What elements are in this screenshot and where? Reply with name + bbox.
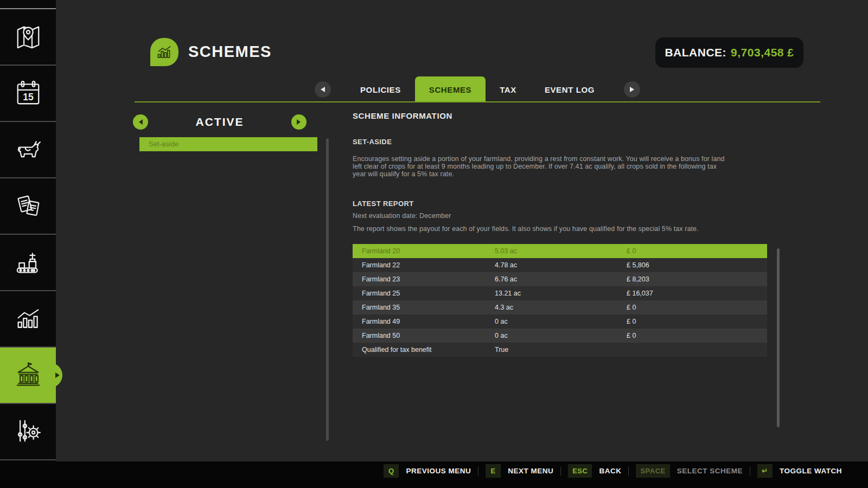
bar-chart-trend-icon xyxy=(155,43,174,61)
cow-icon xyxy=(13,134,43,165)
report-table-row[interactable]: Farmland 500 ac£ 0 xyxy=(353,329,767,343)
settings-icon xyxy=(13,416,43,447)
sidebar-nav: 15 xyxy=(0,0,56,461)
report-cell-value: 0 ac xyxy=(495,318,627,325)
hotkey-label: TOGGLE WATCH xyxy=(780,467,842,475)
hotkey-back: ESCBACK xyxy=(568,464,621,478)
active-panel-title: ACTIVE xyxy=(195,115,244,129)
report-cell-field: Farmland 35 xyxy=(353,304,495,311)
report-table-row[interactable]: Qualified for tax benefitTrue xyxy=(353,343,767,357)
arrow-right-icon xyxy=(297,119,301,125)
report-table-row[interactable]: Farmland 490 ac£ 0 xyxy=(353,314,767,329)
report-table-row[interactable]: Farmland 224.78 ac£ 5,806 xyxy=(353,258,767,272)
hotkey-next-menu: ENEXT MENU xyxy=(486,464,553,478)
report-cell-field: Qualified for tax benefit xyxy=(353,346,495,354)
sidebar-item-calendar[interactable]: 15 xyxy=(0,66,56,122)
report-table-row[interactable]: Farmland 354.3 ac£ 0 xyxy=(353,300,767,314)
balance-label: BALANCE: xyxy=(665,46,726,59)
scheme-list-scrollbar[interactable] xyxy=(326,138,329,441)
hotkey-label: NEXT MENU xyxy=(508,467,553,475)
production-icon xyxy=(13,247,43,278)
report-cell-value: 0 ac xyxy=(495,332,627,339)
arrow-right-icon xyxy=(630,87,634,92)
tab-underline xyxy=(135,101,820,102)
hotkey-separator xyxy=(628,467,629,476)
scheme-list-item[interactable]: Set-aside xyxy=(139,137,317,151)
hotkey-separator xyxy=(560,467,561,476)
hotkey-separator xyxy=(750,467,750,476)
sidebar-item-statistics[interactable] xyxy=(0,291,56,348)
hotkey-separator xyxy=(478,467,478,476)
active-item-notch xyxy=(50,363,62,388)
tabs-prev-button[interactable] xyxy=(315,81,331,98)
report-cell-payout: £ 0 xyxy=(627,318,767,325)
report-cell-payout: £ 16,037 xyxy=(627,290,767,297)
report-cell-field: Farmland 23 xyxy=(353,275,495,283)
game-menu-screen: 15 SCHEMES BALANCE: 9,703,458 £ POLICIES… xyxy=(0,0,868,488)
report-cell-value: 13.21 ac xyxy=(495,290,627,297)
next-evaluation-text: Next evaluation date: December xyxy=(353,212,451,220)
latest-report-heading: LATEST REPORT xyxy=(353,200,414,208)
report-table-row[interactable]: Farmland 205.03 ac£ 0 xyxy=(353,244,767,258)
bank-icon xyxy=(13,360,43,390)
sidebar-item-production[interactable] xyxy=(0,235,56,291)
report-cell-value: 4.78 ac xyxy=(495,261,627,269)
balance-display: BALANCE: 9,703,458 £ xyxy=(655,37,803,68)
report-cell-field: Farmland 49 xyxy=(353,318,495,325)
tab-tax[interactable]: TAX xyxy=(486,76,531,102)
arrow-left-icon xyxy=(321,87,325,92)
scheme-description: Encourages setting aside a portion of yo… xyxy=(353,155,727,178)
report-note-text: The report shows the payout for each of … xyxy=(353,225,699,233)
report-cell-value: 4.3 ac xyxy=(495,304,627,311)
sidebar-item-settings[interactable] xyxy=(0,404,56,460)
hotkey-toggle-watch: ↵TOGGLE WATCH xyxy=(757,464,842,478)
balance-value: 9,703,458 £ xyxy=(731,46,794,59)
active-next-button[interactable] xyxy=(291,114,307,130)
arrow-left-icon xyxy=(139,119,143,125)
hotkey-label: SELECT SCHEME xyxy=(677,467,743,475)
svg-text:15: 15 xyxy=(23,92,34,102)
arrow-right-icon xyxy=(55,373,60,378)
report-cell-field: Farmland 20 xyxy=(353,247,495,255)
report-scrollbar[interactable] xyxy=(777,248,780,427)
report-cell-field: Farmland 25 xyxy=(353,290,495,297)
sidebar-item-map[interactable] xyxy=(0,9,56,66)
hotkey-label: PREVIOUS MENU xyxy=(406,467,471,475)
map-icon xyxy=(13,22,43,52)
sidebar-item-contracts[interactable] xyxy=(0,178,56,235)
report-table-row[interactable]: Farmland 236.76 ac£ 8,203 xyxy=(353,272,767,286)
tab-bar: POLICIESSCHEMESTAXEVENT LOG xyxy=(135,76,820,102)
sidebar-item-animals[interactable] xyxy=(0,122,56,178)
hotkey-bar: QPREVIOUS MENUENEXT MENUESCBACKSPACESELE… xyxy=(0,461,868,488)
scheme-list: Set-aside xyxy=(139,137,317,151)
tab-policies[interactable]: POLICIES xyxy=(346,76,415,102)
tab-schemes[interactable]: SCHEMES xyxy=(415,76,486,102)
report-cell-value: 5.03 ac xyxy=(495,247,627,255)
report-cell-value: True xyxy=(495,346,627,354)
key-badge: ESC xyxy=(568,464,592,478)
active-prev-button[interactable] xyxy=(133,114,148,130)
sidebar-item-finances[interactable] xyxy=(0,348,56,404)
key-badge: Q xyxy=(384,464,399,478)
report-cell-field: Farmland 50 xyxy=(353,332,495,339)
key-badge: E xyxy=(486,464,501,478)
report-cell-payout: £ 0 xyxy=(627,304,767,311)
report-cell-payout: £ 5,806 xyxy=(627,261,767,269)
hotkey-select-scheme: SPACESELECT SCHEME xyxy=(636,464,743,478)
sidebar-top-partial xyxy=(0,0,56,9)
report-cell-payout: £ 8,203 xyxy=(627,275,767,283)
hotkey-previous-menu: QPREVIOUS MENU xyxy=(384,464,471,478)
tab-list: POLICIESSCHEMESTAXEVENT LOG xyxy=(346,76,609,102)
active-panel-header: ACTIVE xyxy=(133,114,307,130)
hotkey-label: BACK xyxy=(599,467,621,475)
tab-event-log[interactable]: EVENT LOG xyxy=(531,76,609,102)
report-cell-field: Farmland 22 xyxy=(353,261,495,269)
report-cell-payout: £ 0 xyxy=(627,247,767,255)
key-badge: ↵ xyxy=(757,464,773,478)
page-title: SCHEMES xyxy=(188,43,272,61)
tabs-next-button[interactable] xyxy=(624,81,640,98)
report-table-row[interactable]: Farmland 2513.21 ac£ 16,037 xyxy=(353,286,767,300)
documents-icon xyxy=(13,191,43,221)
report-table: Farmland 205.03 ac£ 0Farmland 224.78 ac£… xyxy=(353,244,767,357)
scheme-name-heading: SET-ASIDE xyxy=(353,138,392,146)
